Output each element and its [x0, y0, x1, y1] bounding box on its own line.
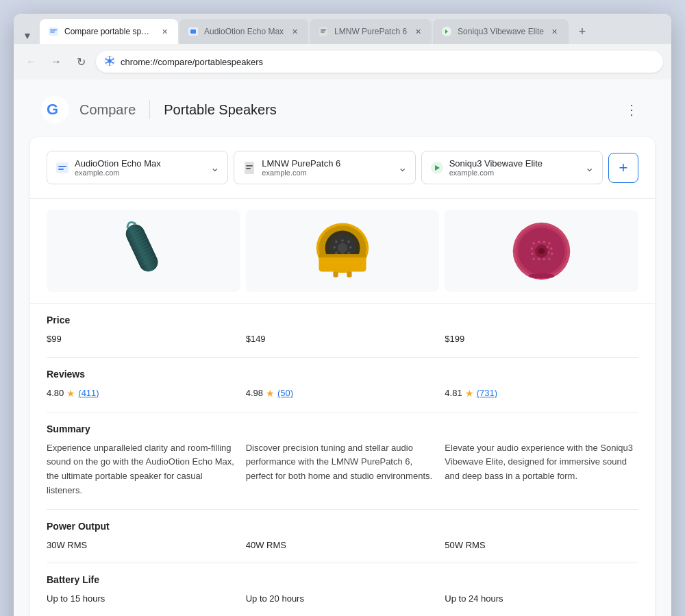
product-1-name: AudioOtion Echo Max	[75, 158, 161, 169]
svg-rect-50	[347, 271, 351, 277]
product-selector-3[interactable]: Soniqu3 Vibewave Elite example.com ⌄	[421, 151, 603, 184]
tab-favicon-soniqu	[441, 26, 452, 37]
svg-rect-17	[246, 165, 253, 167]
tab-audio[interactable]: AudioOtion Echo Max ✕	[179, 19, 308, 44]
new-tab-button[interactable]: +	[573, 22, 592, 41]
tab-bar: ▼ Compare portable speaker... ✕ AudioOti…	[14, 14, 671, 44]
tab-close-soniqu[interactable]: ✕	[549, 26, 560, 37]
header-divider	[149, 100, 150, 119]
tab-title-soniqu: Soniqu3 Vibewave Elite	[458, 27, 544, 36]
rating-count-2[interactable]: (50)	[277, 386, 293, 400]
svg-point-59	[548, 242, 550, 244]
reviews-section-header: Reviews	[47, 369, 638, 380]
browser-chrome: ▼ Compare portable speaker... ✕ AudioOti…	[14, 14, 671, 79]
battery-life-value-3: Up to 24 hours	[445, 592, 638, 606]
battery-life-value-2: Up to 20 hours	[246, 592, 440, 606]
power-output-value-1: 30W RMS	[47, 539, 240, 552]
page-header: G Compare Portable Speakers ⋮	[14, 79, 671, 137]
price-value-3: $199	[445, 332, 638, 346]
rating-count-1[interactable]: (411)	[78, 386, 99, 400]
tab-compare[interactable]: Compare portable speaker... ✕	[40, 19, 178, 44]
rating-count-3[interactable]: (731)	[477, 386, 497, 400]
reviews-value-3: 4.81 ★ (731)	[445, 386, 638, 401]
svg-point-39	[341, 239, 344, 242]
product-2-name: LMNW PurePatch 6	[262, 158, 340, 169]
svg-point-41	[333, 246, 336, 249]
add-icon: +	[619, 159, 628, 177]
svg-rect-18	[246, 168, 251, 169]
svg-point-40	[347, 241, 350, 243]
product-3-icon	[430, 161, 444, 175]
svg-rect-7	[321, 32, 325, 33]
svg-point-45	[335, 251, 338, 254]
product-selector-2[interactable]: LMNW PurePatch 6 example.com ⌄	[234, 151, 415, 184]
star-icon-2: ★	[266, 386, 275, 401]
svg-rect-13	[56, 162, 68, 173]
reviews-section: Reviews 4.80 ★ (411) 4.98	[47, 358, 638, 412]
reviews-values: 4.80 ★ (411) 4.98 ★ (50)	[47, 386, 638, 401]
svg-rect-6	[321, 29, 326, 31]
svg-point-38	[335, 241, 338, 243]
compare-card: AudioOtion Echo Max example.com ⌄ LMNW P…	[30, 137, 655, 616]
svg-text:G: G	[47, 101, 58, 118]
svg-point-65	[532, 252, 534, 254]
forward-button[interactable]: →	[47, 52, 66, 71]
product-selector-row: AudioOtion Echo Max example.com ⌄ LMNW P…	[30, 137, 655, 199]
product-1-domain: example.com	[75, 169, 161, 177]
add-product-button[interactable]: +	[608, 153, 638, 183]
window-dropdown-btn[interactable]: ▼	[19, 27, 36, 44]
tab-soniqu[interactable]: Soniqu3 Vibewave Elite ✕	[433, 19, 569, 44]
product-3-chevron-icon: ⌄	[585, 161, 594, 174]
tab-close-compare[interactable]: ✕	[159, 26, 170, 37]
product-3-name: Soniqu3 Vibewave Elite	[449, 158, 543, 169]
reviews-value-1: 4.80 ★ (411)	[47, 386, 240, 401]
tab-close-audio[interactable]: ✕	[289, 26, 300, 37]
product-selector-1-info: AudioOtion Echo Max example.com	[55, 158, 161, 177]
page-content: G Compare Portable Speakers ⋮	[14, 79, 671, 616]
header-title: Portable Speakers	[164, 102, 277, 118]
price-value-1: $99	[47, 332, 240, 346]
product-selector-3-info: Soniqu3 Vibewave Elite example.com	[430, 158, 543, 177]
battery-life-section: Battery Life Up to 15 hours Up to 20 hou…	[47, 563, 638, 616]
refresh-button[interactable]: ↻	[71, 52, 90, 71]
power-output-values: 30W RMS 40W RMS 50W RMS	[47, 539, 638, 552]
svg-point-48	[338, 243, 348, 253]
speaker-1-svg	[119, 217, 167, 285]
rating-wrap-2: 4.98 ★ (50)	[246, 386, 440, 401]
power-output-value-3: 50W RMS	[445, 539, 638, 552]
tab-title-lmnw: LMNW PurePatch 6	[334, 27, 407, 36]
price-value-2: $149	[246, 332, 440, 346]
svg-rect-14	[58, 166, 66, 167]
svg-point-56	[533, 242, 535, 244]
product-2-chevron-icon: ⌄	[398, 161, 407, 174]
svg-rect-49	[333, 271, 338, 277]
svg-point-44	[349, 246, 352, 249]
reviews-value-2: 4.98 ★ (50)	[246, 386, 440, 401]
svg-point-72	[543, 258, 545, 260]
tab-lmnw[interactable]: LMNW PurePatch 6 ✕	[310, 19, 432, 44]
svg-point-70	[533, 258, 535, 260]
product-selector-2-info: LMNW PurePatch 6 example.com	[242, 158, 340, 177]
tab-favicon-audio	[188, 26, 199, 37]
svg-point-73	[548, 258, 550, 260]
price-values: $99 $149 $199	[47, 332, 638, 346]
address-bar: ← → ↻	[14, 44, 671, 79]
product-1-texts: AudioOtion Echo Max example.com	[75, 158, 161, 177]
svg-point-64	[550, 247, 552, 249]
svg-point-60	[531, 247, 533, 249]
header-more-menu-button[interactable]: ⋮	[619, 97, 644, 122]
address-input[interactable]	[96, 51, 663, 73]
tab-close-lmnw[interactable]: ✕	[412, 26, 423, 37]
rating-text-2: 4.98	[246, 386, 263, 400]
rating-wrap-3: 4.81 ★ (731)	[445, 386, 638, 401]
back-button[interactable]: ←	[22, 52, 41, 71]
product-selector-1[interactable]: AudioOtion Echo Max example.com ⌄	[47, 151, 228, 184]
battery-life-values: Up to 15 hours Up to 20 hours Up to 24 h…	[47, 592, 638, 606]
chrome-logo-small	[104, 56, 115, 69]
header-compare-text: Compare	[79, 102, 136, 118]
product-1-image	[47, 210, 240, 292]
speaker-3-svg	[509, 219, 574, 284]
battery-life-header: Battery Life	[47, 574, 638, 585]
tab-title-compare: Compare portable speaker...	[64, 27, 153, 36]
rating-text-3: 4.81	[445, 386, 462, 400]
